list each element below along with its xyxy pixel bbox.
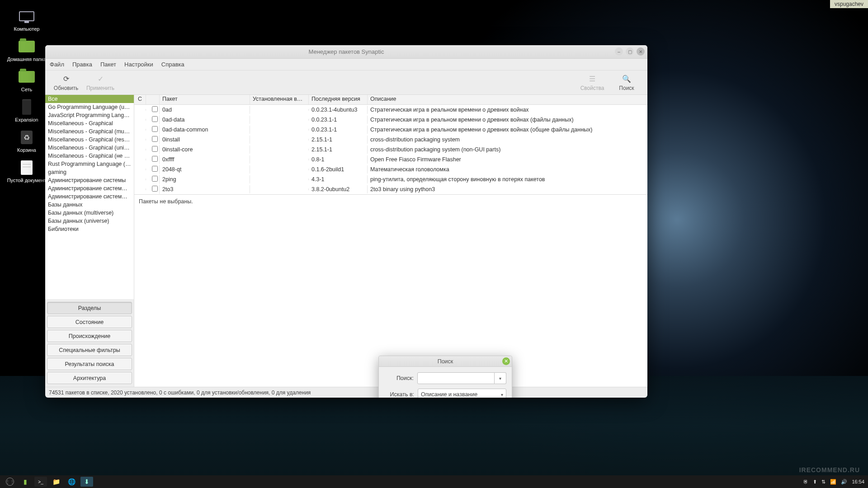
package-checkbox[interactable]	[152, 146, 158, 152]
menu-файл[interactable]: Файл	[50, 61, 64, 68]
desktop-icon-folder[interactable]: Сеть	[6, 69, 47, 92]
window-titlebar[interactable]: Менеджер пакетов Synaptic – ▢ ✕	[45, 45, 647, 59]
table-row[interactable]: 0install2.15.1-1cross-distribution packa…	[134, 135, 647, 145]
package-checkbox[interactable]	[152, 156, 158, 162]
filter-button[interactable]: Состояние	[47, 316, 132, 328]
folder-icon	[18, 38, 36, 55]
category-item[interactable]: Go Programming Language (universe)	[45, 103, 134, 111]
table-row[interactable]: 0ad-data-common0.0.23.1-1Стратегическая …	[134, 125, 647, 135]
category-item[interactable]: Miscellaneous - Graphical (не свободные)	[45, 152, 134, 160]
minimize-button[interactable]: –	[615, 47, 623, 56]
category-item[interactable]: Miscellaneous - Graphical (universe)	[45, 144, 134, 152]
menu-справка[interactable]: Справка	[161, 61, 184, 68]
table-header[interactable]: С Пакет Установленная версия Последняя в…	[134, 95, 647, 105]
category-item[interactable]: Базы данных (universe)	[45, 217, 134, 225]
checkbox-cell[interactable]	[146, 135, 160, 144]
category-item[interactable]: gaming	[45, 168, 134, 176]
lookin-combo[interactable]: Описание и название ▾	[418, 389, 506, 398]
category-item[interactable]: Базы данных (multiverse)	[45, 209, 134, 217]
package-checkbox[interactable]	[152, 136, 158, 142]
col-latest[interactable]: Последняя версия	[309, 95, 368, 104]
desktop-icon-drive[interactable]: Expansion	[6, 99, 47, 122]
col-installed[interactable]: Установленная версия	[250, 95, 309, 104]
checkbox-cell[interactable]	[146, 155, 160, 164]
menu-пакет[interactable]: Пакет	[100, 61, 116, 68]
table-row[interactable]: 0xffff0.8-1Open Free Fiasco Firmware Fla…	[134, 155, 647, 164]
menu-правка[interactable]: Правка	[72, 61, 92, 68]
category-item[interactable]: Администрирование системы (multiverse)	[45, 184, 134, 192]
tray-network-icon[interactable]: ⇅	[821, 479, 826, 485]
table-row[interactable]: 0ad-data0.0.23.1-1Стратегическая игра в …	[134, 115, 647, 125]
monitor-icon	[18, 8, 36, 24]
menu-настройки[interactable]: Настройки	[124, 61, 153, 68]
checkbox-cell[interactable]	[146, 165, 160, 174]
tray-wifi-icon[interactable]: 📶	[830, 479, 836, 485]
package-checkbox[interactable]	[152, 126, 158, 132]
package-checkbox[interactable]	[152, 186, 158, 192]
package-checkbox[interactable]	[152, 166, 158, 172]
taskbar-synaptic-icon[interactable]: ⬇	[80, 477, 93, 487]
category-item[interactable]: Все	[45, 95, 134, 103]
category-item[interactable]: Администрирование системы (universe)	[45, 192, 134, 201]
desktop-icon-label: Компьютер	[6, 26, 47, 32]
category-item[interactable]: Rust Programming Language (universe)	[45, 160, 134, 168]
installed-version	[250, 159, 309, 160]
checkbox-cell[interactable]	[146, 125, 160, 134]
dialog-close-button[interactable]: ✕	[502, 357, 510, 365]
search-history-dropdown[interactable]: ▾	[495, 372, 506, 384]
category-item[interactable]: Miscellaneous - Graphical	[45, 119, 134, 127]
desktop-icon-trash[interactable]: ♻Корзина	[6, 129, 47, 153]
checkbox-cell[interactable]	[146, 175, 160, 184]
desktop-icon-folder[interactable]: Домашняя папка	[6, 38, 47, 62]
col-description[interactable]: Описание	[368, 95, 647, 104]
close-button[interactable]: ✕	[637, 47, 645, 56]
tray-shield-icon[interactable]: ⛨	[803, 479, 808, 484]
search-button[interactable]: 🔍 Поиск	[609, 74, 644, 91]
dialog-titlebar[interactable]: Поиск ✕	[379, 356, 512, 367]
filter-button[interactable]: Происхождение	[47, 330, 132, 342]
package-checkbox[interactable]	[152, 176, 158, 182]
table-row[interactable]: 2to33.8.2-0ubuntu22to3 binary using pyth…	[134, 184, 647, 194]
desktop-icon-file[interactable]: Пустой документ	[6, 160, 47, 183]
maximize-button[interactable]: ▢	[626, 47, 634, 56]
taskbar-files-icon[interactable]: ▮	[19, 477, 32, 487]
category-item[interactable]: Miscellaneous - Graphical (restricted)	[45, 136, 134, 144]
status-cell	[134, 109, 146, 111]
tray-updates-icon[interactable]: ⬆	[813, 479, 817, 485]
taskbar-chrome-icon[interactable]: 🌐	[65, 477, 78, 487]
tray-volume-icon[interactable]: 🔊	[841, 479, 847, 485]
filter-button[interactable]: Разделы	[47, 302, 132, 314]
category-item[interactable]: Библиотеки	[45, 225, 134, 233]
checkbox-cell[interactable]	[146, 115, 160, 124]
filter-button[interactable]: Архитектура	[47, 372, 132, 384]
col-package[interactable]: Пакет	[160, 95, 250, 104]
desktop-icon-monitor[interactable]: Компьютер	[6, 8, 47, 32]
table-row[interactable]: 0ad0.0.23.1-4ubuntu3Стратегическая игра …	[134, 105, 647, 115]
filter-button[interactable]: Специальные фильтры	[47, 344, 132, 356]
category-item[interactable]: Администрирование системы	[45, 176, 134, 184]
table-row[interactable]: 0install-core2.15.1-1cross-distribution …	[134, 145, 647, 155]
details-empty-text: Пакеты не выбраны.	[139, 198, 193, 205]
package-checkbox[interactable]	[152, 106, 158, 112]
col-status[interactable]: С	[134, 95, 146, 104]
table-row[interactable]: 2ping4.3-1ping-утилита, определяющая сто…	[134, 174, 647, 184]
taskbar-terminal-icon[interactable]: >_	[34, 477, 47, 487]
checkbox-cell[interactable]	[146, 105, 160, 114]
package-description: Стратегическая игра в реальном времени о…	[368, 126, 647, 134]
category-item[interactable]: Miscellaneous - Graphical (multiverse)	[45, 127, 134, 136]
start-menu-button[interactable]: ⋮⋮	[4, 477, 16, 487]
filter-button[interactable]: Результаты поиска	[47, 358, 132, 370]
installed-version	[250, 149, 309, 150]
table-row[interactable]: 2048-qt0.1.6-2build1Математическая голов…	[134, 164, 647, 174]
refresh-button[interactable]: ⟳ Обновить	[49, 74, 83, 91]
package-checkbox[interactable]	[152, 116, 158, 122]
search-input[interactable]	[417, 372, 495, 384]
installed-version	[250, 169, 309, 170]
taskbar-folder-icon[interactable]: 📁	[50, 477, 62, 487]
tray-clock[interactable]: 16:54	[852, 479, 864, 484]
checkbox-cell[interactable]	[146, 145, 160, 154]
category-item[interactable]: JavaScript Programming Language	[45, 111, 134, 119]
category-list[interactable]: ВсеGo Programming Language (universe)Jav…	[45, 95, 134, 299]
category-item[interactable]: Базы данных	[45, 201, 134, 209]
checkbox-cell[interactable]	[146, 185, 160, 194]
